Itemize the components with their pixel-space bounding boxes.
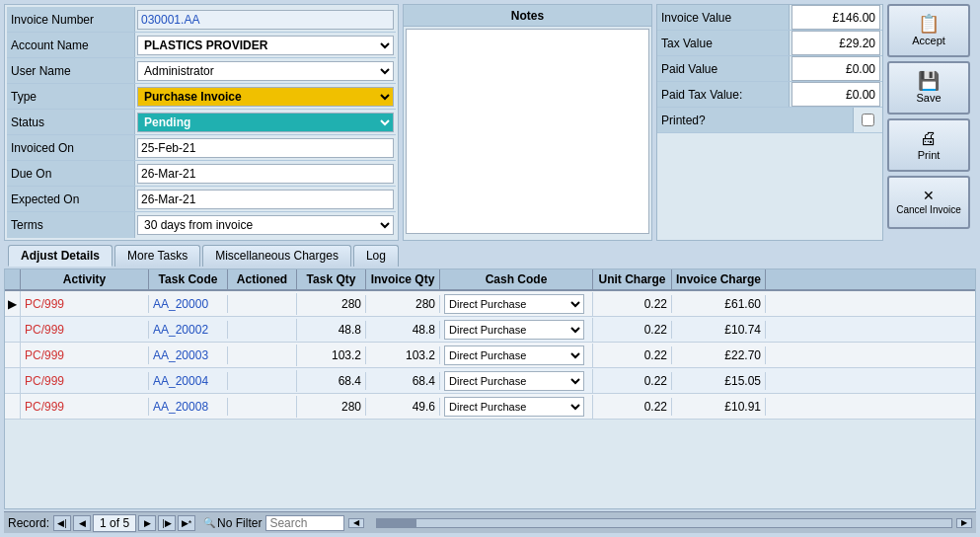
account-name-select[interactable]: PLASTICS PROVIDER: [137, 36, 394, 55]
expected-on-label: Expected On: [7, 187, 135, 211]
row-indicator: [5, 343, 21, 367]
task-code-link[interactable]: AA_20002: [153, 323, 208, 337]
notes-textarea[interactable]: [406, 29, 649, 234]
activity-link[interactable]: PC/999: [25, 297, 64, 311]
search-input[interactable]: [265, 515, 344, 531]
cell-invcharge: £10.74: [672, 321, 766, 339]
task-code-link[interactable]: AA_20000: [153, 297, 208, 311]
actioned-input[interactable]: [232, 346, 292, 364]
cell-cashcode[interactable]: Direct Purchase: [440, 369, 593, 393]
activity-link[interactable]: PC/999: [25, 323, 64, 337]
cell-taskcode[interactable]: AA_20002: [149, 321, 228, 339]
cell-cashcode[interactable]: Direct Purchase: [440, 318, 593, 342]
save-label: Save: [916, 92, 941, 104]
col-header-invqty: Invoice Qty: [366, 269, 440, 289]
actioned-input[interactable]: [232, 295, 292, 313]
cell-taskcode[interactable]: AA_20008: [149, 398, 228, 416]
filter-icon: 🔍: [203, 517, 215, 528]
activity-link[interactable]: PC/999: [25, 374, 64, 388]
cell-taskcode[interactable]: AA_20004: [149, 372, 228, 390]
print-icon: 🖨: [920, 129, 938, 147]
printed-row: Printed?: [657, 108, 882, 133]
cell-unitcharge: 0.22: [593, 321, 672, 339]
status-row: Status Pending: [7, 110, 396, 135]
tab-misc-charges[interactable]: Miscellaneous Charges: [202, 245, 351, 267]
terms-select[interactable]: 30 days from invoice: [137, 215, 394, 235]
cell-taskcode[interactable]: AA_20000: [149, 295, 228, 313]
cell-unitcharge: 0.22: [593, 295, 672, 313]
cashcode-select[interactable]: Direct Purchase: [444, 397, 584, 417]
actioned-input[interactable]: [232, 321, 292, 339]
due-on-input[interactable]: [137, 164, 394, 184]
cell-cashcode[interactable]: Direct Purchase: [440, 395, 593, 419]
cell-activity[interactable]: PC/999: [21, 321, 149, 339]
cashcode-select[interactable]: Direct Purchase: [444, 371, 584, 391]
cell-actioned[interactable]: [228, 319, 297, 341]
cell-actioned[interactable]: [228, 293, 297, 315]
scroll-right-arrow[interactable]: ▶: [956, 518, 972, 528]
cell-activity[interactable]: PC/999: [21, 398, 149, 416]
nav-first[interactable]: ◀|: [53, 515, 71, 531]
task-code-link[interactable]: AA_20003: [153, 348, 208, 362]
status-select[interactable]: Pending: [137, 113, 394, 132]
accept-label: Accept: [912, 35, 945, 46]
cell-unitcharge: 0.22: [593, 372, 672, 390]
footer-bar: Record: ◀| ◀ 1 of 5 ▶ |▶ ▶* 🔍 No Filter …: [4, 511, 976, 533]
actioned-input[interactable]: [232, 372, 292, 390]
cancel-invoice-button[interactable]: ✕ Cancel Invoice: [887, 176, 970, 229]
cell-invcharge: £61.60: [672, 295, 766, 313]
due-on-row: Due On: [7, 161, 396, 187]
invoice-number-input[interactable]: [137, 10, 394, 30]
task-code-link[interactable]: AA_20008: [153, 400, 208, 414]
scroll-thumb: [377, 519, 416, 527]
nav-next[interactable]: ▶: [138, 515, 156, 531]
nav-new[interactable]: ▶*: [178, 515, 195, 531]
tab-more-tasks[interactable]: More Tasks: [114, 245, 200, 267]
cell-activity[interactable]: PC/999: [21, 295, 149, 313]
tab-adjust-details[interactable]: Adjust Details: [8, 245, 113, 267]
cell-taskcode[interactable]: AA_20003: [149, 346, 228, 364]
notes-header: Notes: [404, 5, 651, 27]
data-grid: Activity Task Code Actioned Task Qty Inv…: [4, 268, 976, 509]
cashcode-select[interactable]: Direct Purchase: [444, 345, 584, 365]
cancel-icon: ✕: [923, 189, 935, 202]
activity-link[interactable]: PC/999: [25, 400, 64, 414]
cell-unitcharge: 0.22: [593, 346, 672, 364]
tab-log[interactable]: Log: [353, 245, 399, 267]
printed-checkbox[interactable]: [862, 114, 874, 126]
expected-on-row: Expected On: [7, 187, 396, 212]
cancel-label: Cancel Invoice: [896, 204, 961, 216]
grid-body: ▶ PC/999 AA_20000 280 280 Direct Purchas…: [5, 291, 975, 508]
cell-activity[interactable]: PC/999: [21, 372, 149, 390]
task-code-link[interactable]: AA_20004: [153, 374, 208, 388]
cell-actioned[interactable]: [228, 396, 297, 418]
print-button[interactable]: 🖨 Print: [887, 118, 970, 172]
cashcode-select[interactable]: Direct Purchase: [444, 294, 584, 314]
invoiced-on-input[interactable]: [137, 138, 394, 158]
expected-on-input[interactable]: [137, 190, 394, 209]
scroll-left-arrow[interactable]: ◀: [348, 518, 364, 528]
invoiced-on-row: Invoiced On: [7, 135, 396, 161]
invoice-number-row: Invoice Number: [7, 7, 396, 33]
col-header-cashcode: Cash Code: [440, 269, 593, 289]
cell-activity[interactable]: PC/999: [21, 346, 149, 364]
save-button[interactable]: 💾 Save: [887, 61, 970, 115]
nav-last[interactable]: |▶: [158, 515, 176, 531]
actioned-input[interactable]: [232, 398, 292, 416]
type-select[interactable]: Purchase Invoice: [137, 87, 394, 107]
accept-button[interactable]: 📋 Accept: [887, 4, 970, 57]
user-name-select[interactable]: Administrator: [137, 61, 394, 81]
cell-actioned[interactable]: [228, 345, 297, 366]
cell-actioned[interactable]: [228, 370, 297, 392]
cell-invqty: 103.2: [366, 346, 440, 364]
col-header-unitcharge: Unit Charge: [593, 269, 672, 289]
scroll-bar[interactable]: [376, 518, 952, 528]
cell-cashcode[interactable]: Direct Purchase: [440, 344, 593, 367]
record-label: Record:: [8, 516, 49, 530]
cashcode-select[interactable]: Direct Purchase: [444, 320, 584, 340]
cell-invcharge: £22.70: [672, 346, 766, 364]
nav-prev[interactable]: ◀: [73, 515, 91, 531]
cell-cashcode[interactable]: Direct Purchase: [440, 292, 593, 316]
activity-link[interactable]: PC/999: [25, 348, 64, 362]
user-name-label: User Name: [7, 58, 135, 83]
